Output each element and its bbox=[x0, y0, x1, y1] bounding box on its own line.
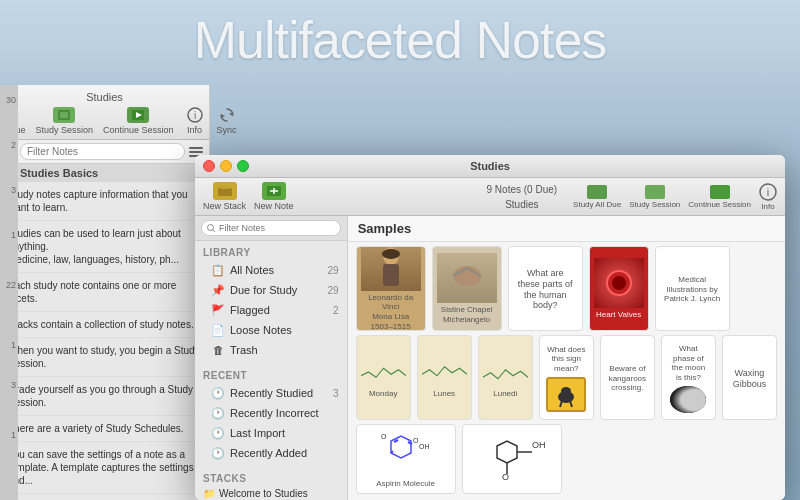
due-for-study-icon: 📌 bbox=[211, 283, 225, 297]
window-controls bbox=[203, 160, 249, 172]
list-item[interactable]: There are a variety of Study Schedules. bbox=[0, 416, 209, 442]
list-item[interactable]: You can study your notes as multiple cho… bbox=[0, 494, 209, 500]
aspirin-label: Aspirin Molecule bbox=[376, 479, 435, 489]
win-sidebar: LIBRARY 📋 All Notes 29 📌 Due for Study 2… bbox=[195, 216, 348, 500]
notes-row-3: O OH O Aspirin Molecule bbox=[356, 424, 777, 494]
sidebar-item-flagged[interactable]: 🚩 Flagged 2 bbox=[195, 300, 347, 320]
sidebar-search-input[interactable] bbox=[219, 223, 319, 233]
sidebar-item-loose-notes[interactable]: 📄 Loose Notes bbox=[195, 320, 347, 340]
svg-point-31 bbox=[612, 276, 626, 290]
molecule-structure-image: OH O bbox=[467, 435, 557, 483]
loose-notes-icon: 📄 bbox=[211, 323, 225, 337]
aspirin-image: O OH O bbox=[361, 429, 451, 477]
sidebar-item-last-import[interactable]: 🕐 Last Import bbox=[195, 423, 347, 443]
note-card-monday[interactable]: Monday bbox=[356, 335, 411, 420]
recently-incorrect-icon: 🕐 bbox=[211, 406, 225, 420]
minimize-button[interactable] bbox=[220, 160, 232, 172]
sidebar-item-recently-studied[interactable]: 🕐 Recently Studied 3 bbox=[195, 383, 347, 403]
continue-session-icon-2 bbox=[710, 185, 730, 199]
note-card-molecule-structure[interactable]: OH O bbox=[462, 424, 562, 494]
svg-text:O: O bbox=[502, 472, 509, 481]
recent-header: RECENT bbox=[195, 368, 347, 383]
svg-marker-8 bbox=[229, 112, 233, 116]
note-card-kangaroo-sign[interactable]: What does this sign mean? bbox=[539, 335, 594, 420]
study-session-btn[interactable]: Study Session bbox=[35, 107, 93, 135]
list-item[interactable]: You can save the settings of a note as a… bbox=[0, 442, 209, 494]
continue-session-icon bbox=[127, 107, 149, 123]
note-card-sistine[interactable]: Sistine ChapelMichelangelo bbox=[432, 246, 502, 331]
study-all-due-btn-2[interactable]: Study All Due bbox=[573, 185, 621, 209]
sync-btn[interactable]: Sync bbox=[216, 107, 238, 135]
new-stack-label: New Stack bbox=[203, 201, 246, 211]
svg-line-37 bbox=[394, 440, 398, 442]
note-card-waxing-gibbous[interactable]: Waxing Gibbous bbox=[722, 335, 777, 420]
win-info-panel: 9 Notes (0 Due) Studies bbox=[487, 184, 558, 210]
left-toolbar: Studies Study All Due Study Session Cont… bbox=[0, 85, 209, 140]
svg-line-23 bbox=[213, 229, 216, 232]
left-search-bar bbox=[0, 140, 209, 164]
sidebar-item-recently-incorrect[interactable]: 🕐 Recently Incorrect bbox=[195, 403, 347, 423]
sidebar-item-all-notes[interactable]: 📋 All Notes 29 bbox=[195, 260, 347, 280]
window-titlebar: Studies bbox=[195, 155, 785, 178]
info-icon: i bbox=[184, 107, 206, 123]
continue-session-btn-2[interactable]: Continue Session bbox=[688, 185, 751, 209]
sistine-image bbox=[437, 253, 497, 303]
lunedi-label: Lunedi bbox=[493, 389, 517, 399]
window-title: Studies bbox=[470, 160, 510, 172]
list-item[interactable]: Study notes capture information that you… bbox=[0, 182, 209, 221]
close-button[interactable] bbox=[203, 160, 215, 172]
list-item[interactable]: Studies can be used to learn just about … bbox=[0, 221, 209, 273]
note-card-moon-question[interactable]: What phase of the moon is this? bbox=[661, 335, 716, 420]
info-label: Info bbox=[187, 125, 202, 135]
new-note-label: New Note bbox=[254, 201, 294, 211]
note-card-beware-kangaroos[interactable]: Beware of kangaroos crossing. bbox=[600, 335, 655, 420]
notes-count: 9 Notes (0 Due) bbox=[487, 184, 558, 195]
new-stack-btn[interactable]: New Stack bbox=[203, 182, 246, 211]
note-card-lunedi[interactable]: Lunedi bbox=[478, 335, 533, 420]
new-note-btn[interactable]: New Note bbox=[254, 182, 294, 211]
list-item[interactable]: When you want to study, you begin a Stud… bbox=[0, 338, 209, 377]
lunedi-graph bbox=[483, 357, 528, 387]
sync-label: Sync bbox=[217, 125, 237, 135]
svg-rect-3 bbox=[60, 112, 68, 118]
stacks-header: STACKS bbox=[195, 471, 347, 486]
monday-label: Monday bbox=[369, 389, 397, 399]
sidebar-item-welcome-to-studies[interactable]: 📁 Welcome to Studies bbox=[195, 486, 347, 500]
maximize-button[interactable] bbox=[237, 160, 249, 172]
list-item[interactable]: Each study note contains one or more fac… bbox=[0, 273, 209, 312]
note-card-medical[interactable]: Medical Illustrations by Patrick J. Lync… bbox=[655, 246, 730, 331]
note-card-mona-lisa[interactable]: Leonardo da VinciMona Lisa1503–1515 bbox=[356, 246, 426, 331]
svg-marker-36 bbox=[391, 436, 411, 458]
info-source: Studies bbox=[505, 199, 538, 210]
note-list: Study notes capture information that you… bbox=[0, 182, 209, 500]
list-item[interactable]: Grade yourself as you go through a Study… bbox=[0, 377, 209, 416]
svg-text:O: O bbox=[381, 433, 387, 440]
waxing-gibbous-label: Waxing Gibbous bbox=[727, 364, 772, 394]
filter-notes-input[interactable] bbox=[20, 143, 185, 160]
info-icon-2: i bbox=[759, 183, 777, 201]
lunes-label: Lunes bbox=[433, 389, 455, 399]
sidebar-item-trash[interactable]: 🗑 Trash bbox=[195, 340, 347, 360]
sidebar-item-recently-added[interactable]: 🕐 Recently Added bbox=[195, 443, 347, 463]
note-card-lunes[interactable]: Lunes bbox=[417, 335, 472, 420]
lunes-graph bbox=[422, 357, 467, 387]
info-btn-2[interactable]: i Info bbox=[759, 183, 777, 211]
trash-icon: 🗑 bbox=[211, 343, 225, 357]
note-card-aspirin[interactable]: O OH O Aspirin Molecule bbox=[356, 424, 456, 494]
sync-icon bbox=[216, 107, 238, 123]
info-btn[interactable]: i Info bbox=[184, 107, 206, 135]
note-card-heart-valves[interactable]: Heart Valves bbox=[589, 246, 649, 331]
mona-lisa-label: Leonardo da VinciMona Lisa1503–1515 bbox=[361, 293, 421, 331]
library-header: LIBRARY bbox=[195, 245, 347, 260]
study-session-btn-2[interactable]: Study Session bbox=[629, 185, 680, 209]
continue-session-label: Continue Session bbox=[103, 125, 174, 135]
studies-window: Studies New Stack New Note 9 Notes (0 Du… bbox=[195, 155, 785, 500]
note-card-human-body[interactable]: What are these parts of the human body? bbox=[508, 246, 583, 331]
toolbar-title: Studies bbox=[8, 91, 201, 103]
section-header[interactable]: ▼ Studies Basics bbox=[0, 164, 209, 182]
sidebar-item-due-for-study[interactable]: 📌 Due for Study 29 bbox=[195, 280, 347, 300]
study-all-due-icon-2 bbox=[587, 185, 607, 199]
human-body-label: What are these parts of the human body? bbox=[513, 264, 578, 315]
continue-session-btn[interactable]: Continue Session bbox=[103, 107, 174, 135]
list-item[interactable]: Stacks contain a collection of study not… bbox=[0, 312, 209, 338]
